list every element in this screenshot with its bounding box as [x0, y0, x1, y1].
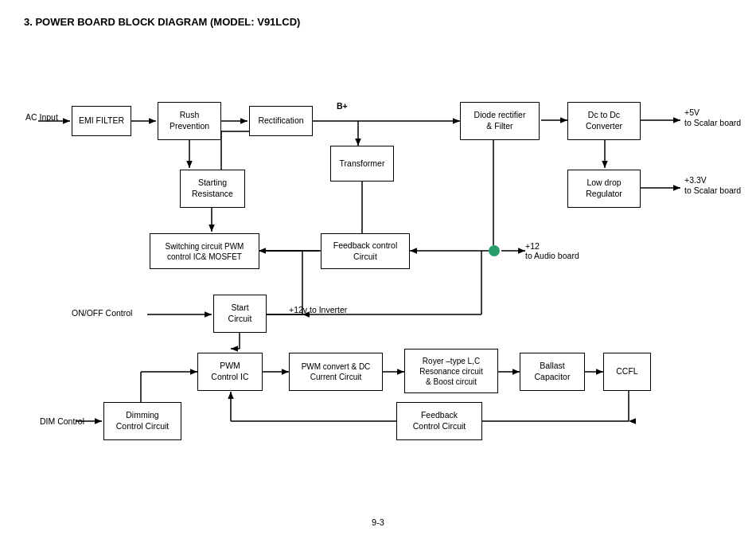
transformer-block: Transformer — [330, 146, 394, 182]
page-number: 9-3 — [372, 517, 384, 527]
dim-control-label: DIM Control — [40, 416, 84, 428]
royer-block: Royer –type L,CResonance circuit& Boost … — [404, 349, 498, 393]
rush-prevention-block: RushPrevention — [158, 102, 221, 140]
plus3v3-label: +3.3V — [684, 175, 707, 186]
low-drop-regulator-block: Low dropRegulator — [567, 170, 641, 208]
pwm-control-block: PWMControl IC — [197, 353, 263, 391]
ccfl-block: CCFL — [603, 353, 651, 391]
feedback-control-block: Feedback controlCircuit — [321, 233, 410, 269]
switching-pwm-block: Switching circuit PWMcontrol IC& MOSFET — [150, 233, 259, 269]
diode-rectifier-block: Diode rectifier& Filter — [460, 102, 540, 140]
page-title: 3. POWER BOARD BLOCK DIAGRAM (MODEL: V91… — [24, 16, 732, 28]
b-plus-label: B+ — [337, 101, 348, 112]
diagram-area: EMI FILTER RushPrevention Rectification … — [24, 36, 732, 514]
ac-input-label: AC Input — [25, 112, 58, 123]
on-off-label: ON/OFF Control — [72, 308, 132, 319]
plus12v-inv-label: +12v to Inverter — [289, 305, 347, 316]
junction-dot — [489, 245, 500, 256]
starting-resistance-block: StartingResistance — [180, 170, 245, 208]
to-scalar1-label: to Scalar board — [684, 118, 741, 129]
page: 3. POWER BOARD BLOCK DIAGRAM (MODEL: V91… — [0, 0, 756, 535]
to-scalar2-label: to Scalar board — [684, 185, 741, 197]
rectification-block: Rectification — [249, 106, 313, 136]
feedback-control2-block: FeedbackControl Circuit — [396, 402, 482, 440]
to-audio-label: to Audio board — [525, 251, 579, 262]
ballast-block: BallastCapacitor — [520, 353, 585, 391]
pwm-convert-dc-block: PWM convert & DCCurrent Circuit — [289, 353, 383, 391]
start-circuit-block: StartCircuit — [213, 295, 267, 333]
dimming-control-block: DimmingControl Circuit — [103, 402, 181, 440]
emi-filter-block: EMI FILTER — [72, 106, 131, 136]
dc-dc-converter-block: Dc to DcConverter — [567, 102, 641, 140]
plus5v-label: +5V — [684, 107, 699, 119]
